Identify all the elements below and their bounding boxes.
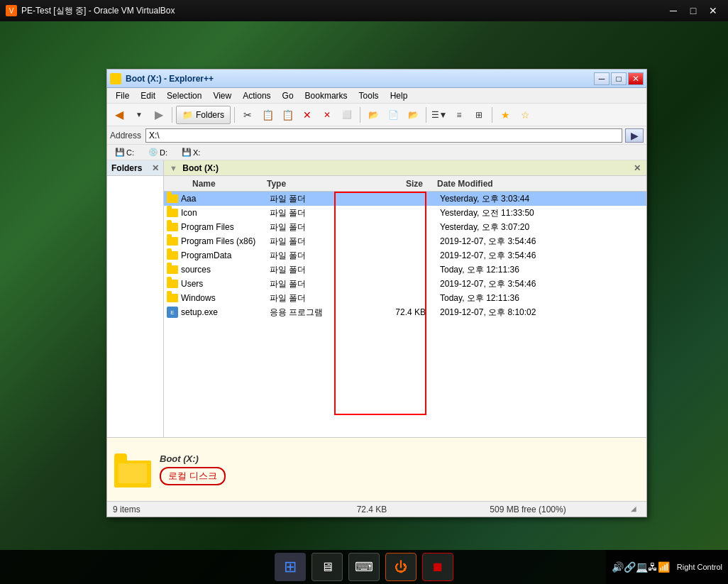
bookmark-button[interactable]: ☆ xyxy=(516,106,534,124)
address-go-button[interactable]: ▶ xyxy=(625,128,644,143)
taskbar-monitor-button[interactable]: 🖥 xyxy=(311,553,343,581)
close-button[interactable]: ✕ xyxy=(704,4,722,18)
file-name: ProgramData xyxy=(181,250,270,260)
file-date: 2019-12-07, 오후 3:54:46 xyxy=(433,250,646,262)
preview-folder-tab xyxy=(114,453,127,462)
taskbar-stop-button[interactable]: ⏹ xyxy=(422,553,453,581)
table-row[interactable]: ProgramData파일 폴더2019-12-07, 오후 3:54:46 xyxy=(164,248,646,263)
resize-handle[interactable]: ◢ xyxy=(631,505,641,514)
drive-c-tab[interactable]: 💾 C: xyxy=(110,145,139,159)
view-icon[interactable]: ⊞ xyxy=(470,106,488,124)
stop-icon: ⏹ xyxy=(431,560,444,575)
explorer-restore-button[interactable]: □ xyxy=(611,72,627,85)
folders-close-button[interactable]: ✕ xyxy=(152,163,159,173)
menu-file[interactable]: File xyxy=(110,89,135,102)
folder-icon xyxy=(167,280,178,288)
col-type-header[interactable]: Type xyxy=(267,179,373,189)
open-button[interactable]: 📂 xyxy=(404,106,422,124)
file-type: 파일 폴더 xyxy=(270,193,376,205)
menu-help[interactable]: Help xyxy=(385,89,414,102)
star-button[interactable]: ★ xyxy=(496,106,514,124)
preview-panel: Boot (X:) 로컬 디스크 xyxy=(107,437,646,501)
explorer-close-button[interactable]: ✕ xyxy=(628,72,644,85)
view-details[interactable]: ≡ xyxy=(450,106,468,124)
preview-description: 로컬 디스크 xyxy=(160,467,226,485)
col-date-header[interactable]: Date Modified xyxy=(430,179,646,189)
folder-icon xyxy=(167,223,178,231)
drive-d-tab[interactable]: 💿 D: xyxy=(143,145,172,159)
menu-actions[interactable]: Actions xyxy=(237,89,276,102)
back-button[interactable]: ◀ xyxy=(110,106,128,124)
file-date: Today, 오후 12:11:36 xyxy=(433,292,646,304)
address-input[interactable] xyxy=(145,128,622,143)
menu-selection[interactable]: Selection xyxy=(161,89,207,102)
separator-2 xyxy=(234,107,235,123)
systray-label: Right Control xyxy=(677,563,722,571)
table-row[interactable]: Users파일 폴더2019-12-07, 오후 3:54:46 xyxy=(164,277,646,291)
rename-button[interactable]: ✕ xyxy=(318,106,336,124)
menu-edit[interactable]: Edit xyxy=(135,89,161,102)
cut-button[interactable]: ✂ xyxy=(238,106,257,124)
file-date: Yesterday, 오전 11:33:50 xyxy=(433,207,646,219)
taskbar-keyboard-button[interactable]: ⌨ xyxy=(348,553,380,581)
drive-x-tab[interactable]: 💾 X: xyxy=(177,145,205,159)
systray-icons: 🔊🔗💻🖧📶 xyxy=(612,561,670,573)
file-type: 응용 프로그램 xyxy=(270,307,376,319)
table-row[interactable]: Icon파일 폴더Yesterday, 오전 11:33:50 xyxy=(164,206,646,220)
forward-button[interactable]: ▶ xyxy=(150,106,168,124)
file-size: 72.4 KB xyxy=(376,307,433,317)
minimize-button[interactable]: ─ xyxy=(664,4,683,18)
file-type: 파일 폴더 xyxy=(270,207,376,219)
menu-go[interactable]: Go xyxy=(277,89,299,102)
table-row[interactable]: Aaa파일 폴더Yesterday, 오후 3:03:44 xyxy=(164,192,646,206)
separator-1 xyxy=(172,107,172,123)
file-type: 파일 폴더 xyxy=(270,221,376,233)
taskbar-power-button[interactable]: ⏻ xyxy=(385,553,417,581)
menu-view[interactable]: View xyxy=(207,89,237,102)
new-file-button[interactable]: 📄 xyxy=(384,106,402,124)
table-row[interactable]: sources파일 폴더Today, 오후 12:11:36 xyxy=(164,263,646,277)
keyboard-icon: ⌨ xyxy=(355,559,373,575)
file-name: sources xyxy=(181,265,270,275)
file-date: Yesterday, 오후 3:03:44 xyxy=(433,193,646,205)
drive-tabs: 💾 C: 💿 D: 💾 X: xyxy=(107,145,646,160)
folder-icon xyxy=(167,237,178,246)
copy-button[interactable]: 📋 xyxy=(258,106,277,124)
folders-button[interactable]: 📁 Folders xyxy=(176,106,231,124)
file-list-area: ▼ Boot (X:) ✕ Name Type Size Date Modifi… xyxy=(164,160,646,437)
table-row[interactable]: Esetup.exe응용 프로그램72.4 KB2019-12-07, 오후 8… xyxy=(164,305,646,319)
status-free: 509 MB free (100%) xyxy=(425,505,631,514)
preview-info: Boot (X:) 로컬 디스크 xyxy=(160,453,226,485)
new-folder-button[interactable]: 📂 xyxy=(364,106,382,124)
titlebar-controls: ─ □ ✕ xyxy=(664,4,722,18)
toolbar: ◀ ▼ ▶ 📁 Folders ✂ 📋 📋 ✕ ✕ ⬜ 📂 📄 📂 ☰▼ ≡ ⊞… xyxy=(107,104,646,126)
separator-5 xyxy=(492,107,492,123)
table-row[interactable]: Program Files (x86)파일 폴더2019-12-07, 오후 3… xyxy=(164,234,646,248)
menu-bookmarks[interactable]: Bookmarks xyxy=(299,89,353,102)
table-row[interactable]: Program Files파일 폴더Yesterday, 오후 3:07:20 xyxy=(164,220,646,234)
table-row[interactable]: Windows파일 폴더Today, 오후 12:11:36 xyxy=(164,291,646,305)
delete-button[interactable]: ✕ xyxy=(298,106,316,124)
separator-4 xyxy=(426,107,426,123)
column-headers: Name Type Size Date Modified xyxy=(164,176,646,192)
power-icon: ⏻ xyxy=(395,560,407,575)
explorer-minimize-button[interactable]: ─ xyxy=(594,72,610,85)
explorer-titlebar: Boot (X:) - Explorer++ ─ □ ✕ xyxy=(107,70,646,88)
tab-close-button[interactable]: ✕ xyxy=(634,163,641,173)
file-date: 2019-12-07, 오후 8:10:02 xyxy=(433,307,646,319)
preview-name: Boot (X:) xyxy=(160,453,226,464)
menu-tools[interactable]: Tools xyxy=(353,89,385,102)
back-dropdown[interactable]: ▼ xyxy=(130,106,148,124)
view-dropdown[interactable]: ☰▼ xyxy=(430,106,448,124)
file-name: Windows xyxy=(181,293,270,303)
drive-c-icon: 💾 xyxy=(115,148,125,157)
paste-button[interactable]: 📋 xyxy=(278,106,297,124)
start-button[interactable]: ⊞ xyxy=(275,553,306,581)
folders-header: Folders ✕ xyxy=(107,160,163,176)
col-size-header[interactable]: Size xyxy=(373,179,430,189)
drive-d-icon: 💿 xyxy=(148,148,158,157)
col-name-header[interactable]: Name xyxy=(164,179,267,189)
restore-button[interactable]: □ xyxy=(684,4,702,18)
properties-button[interactable]: ⬜ xyxy=(338,106,356,124)
file-type: 파일 폴더 xyxy=(270,236,376,248)
